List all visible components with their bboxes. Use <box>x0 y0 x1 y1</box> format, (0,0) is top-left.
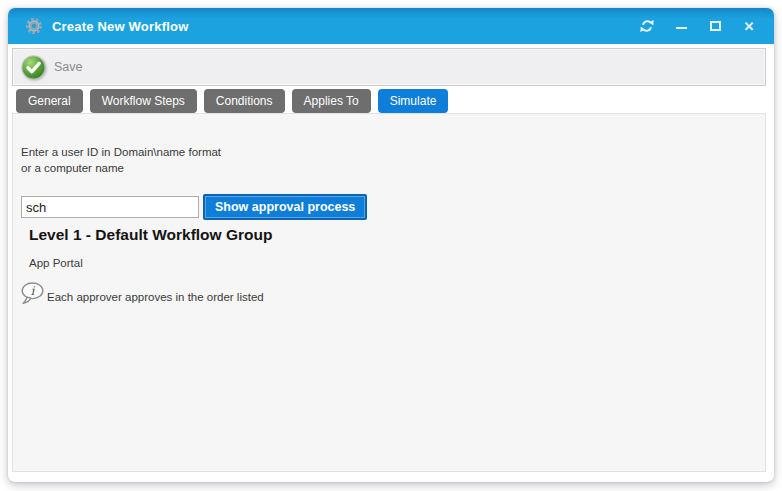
save-check-icon <box>21 55 46 80</box>
create-new-workflow-window: Create New Workflow <box>8 8 774 482</box>
maximize-button[interactable] <box>698 8 732 44</box>
tab-general[interactable]: General <box>16 89 83 113</box>
close-button[interactable]: ✕ <box>732 8 766 44</box>
info-row: i Each approver approves in the order li… <box>20 281 264 306</box>
tab-strip: General Workflow Steps Conditions Applie… <box>16 89 448 113</box>
workflow-group-name: App Portal <box>29 257 83 269</box>
minimize-button[interactable] <box>664 8 698 44</box>
titlebar: Create New Workflow <box>8 8 774 44</box>
save-button[interactable]: Save <box>21 55 83 80</box>
tab-workflow-steps[interactable]: Workflow Steps <box>90 89 197 113</box>
refresh-button[interactable] <box>630 8 664 44</box>
save-label: Save <box>54 60 83 74</box>
minimize-icon <box>676 27 687 29</box>
tab-applies-to[interactable]: Applies To <box>292 89 371 113</box>
info-note: Each approver approves in the order list… <box>47 291 264 303</box>
show-approval-process-label: Show approval process <box>215 200 355 214</box>
show-approval-process-button[interactable]: Show approval process <box>203 194 367 220</box>
level-heading: Level 1 - Default Workflow Group <box>29 226 272 244</box>
instructions-line-2: or a computer name <box>21 160 221 176</box>
simulate-tab-panel: Enter a user ID in Domain\name format or… <box>12 113 766 472</box>
window-title: Create New Workflow <box>52 19 188 34</box>
user-id-input[interactable] <box>21 196 199 218</box>
refresh-icon <box>640 19 654 33</box>
toolbar: Save <box>12 48 766 86</box>
info-speech-bubble-icon: i <box>20 281 45 306</box>
tab-conditions[interactable]: Conditions <box>204 89 285 113</box>
close-icon: ✕ <box>744 20 755 33</box>
instructions-line-1: Enter a user ID in Domain\name format <box>21 144 221 160</box>
tab-simulate[interactable]: Simulate <box>378 89 449 113</box>
gear-icon <box>25 17 43 35</box>
instructions-text: Enter a user ID in Domain\name format or… <box>21 144 221 176</box>
maximize-icon <box>710 21 721 31</box>
window-controls: ✕ <box>630 8 774 44</box>
